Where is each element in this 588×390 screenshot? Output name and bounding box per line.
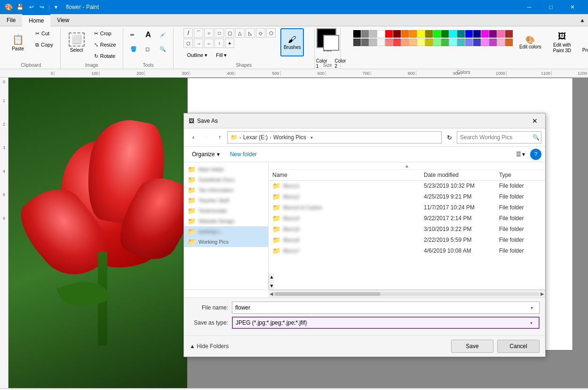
palette-cell[interactable] bbox=[441, 30, 449, 38]
shape-diamond[interactable]: ◇ bbox=[256, 28, 265, 38]
file-row[interactable]: 📁 Blurry7 4/6/2019 10:08 AM File folder bbox=[269, 246, 545, 256]
qa-dropdown-btn[interactable]: ▾ bbox=[53, 3, 59, 11]
save-button[interactable]: Save bbox=[451, 340, 493, 353]
palette-cell[interactable] bbox=[361, 39, 369, 46]
palette-cell[interactable] bbox=[385, 30, 393, 38]
edit-paint3d-button[interactable]: 🖼 Edit with Paint 3D bbox=[548, 28, 576, 56]
horizontal-scrollbar[interactable]: ◀ ▶ bbox=[269, 290, 545, 297]
new-folder-btn[interactable]: New folder bbox=[226, 149, 261, 159]
rotate-button[interactable]: ↻ Rotate bbox=[91, 51, 119, 61]
palette-cell[interactable] bbox=[481, 30, 489, 38]
dialog-close-button[interactable]: ✕ bbox=[529, 115, 540, 127]
scroll-down-btn[interactable]: ▼ bbox=[269, 282, 274, 289]
file-row[interactable]: 📁 Blurry3 & Copies 11/7/2017 10:24 PM Fi… bbox=[269, 202, 545, 213]
save-quick-btn[interactable]: 💾 bbox=[15, 3, 25, 11]
breadcrumb-working-pics[interactable]: Working Pics bbox=[273, 134, 306, 141]
tab-file[interactable]: File bbox=[0, 14, 22, 26]
shape-rect[interactable]: □ bbox=[215, 28, 224, 38]
palette-cell[interactable] bbox=[361, 30, 369, 38]
palette-cell[interactable] bbox=[409, 39, 417, 46]
cancel-button[interactable]: Cancel bbox=[497, 340, 540, 353]
shape-line[interactable]: / bbox=[183, 28, 193, 38]
palette-cell[interactable] bbox=[369, 30, 377, 38]
palette-cell[interactable] bbox=[393, 30, 401, 38]
eraser-button[interactable]: ◻ bbox=[142, 42, 154, 56]
tree-item[interactable]: 📁Substitute Docs bbox=[184, 175, 268, 185]
shape-hex[interactable]: ⬡ bbox=[183, 39, 193, 48]
fill-shape-button[interactable]: Fill ▾ bbox=[213, 50, 230, 60]
shape-pentagon[interactable]: ⬠ bbox=[266, 28, 276, 38]
palette-cell[interactable] bbox=[393, 39, 401, 46]
help-btn[interactable]: ? bbox=[530, 149, 541, 160]
palette-cell[interactable] bbox=[505, 39, 513, 46]
h-scroll-right-btn[interactable]: ▶ bbox=[540, 291, 544, 296]
shape-rrect[interactable]: ▢ bbox=[225, 28, 234, 38]
cut-button[interactable]: ✂ Cut bbox=[32, 28, 56, 39]
palette-cell[interactable] bbox=[425, 39, 433, 46]
shape-arrow-l[interactable]: ← bbox=[204, 39, 214, 48]
palette-cell[interactable] bbox=[433, 30, 441, 38]
palette-cell[interactable] bbox=[449, 30, 457, 38]
shape-curve[interactable]: ⌒ bbox=[194, 28, 203, 38]
outline-button[interactable]: Outline ▾ bbox=[183, 50, 211, 60]
shape-triangle[interactable]: △ bbox=[235, 28, 245, 38]
nav-refresh-btn[interactable]: ↻ bbox=[444, 132, 455, 143]
palette-cell[interactable] bbox=[369, 39, 377, 46]
palette-cell[interactable] bbox=[449, 39, 457, 46]
filetype-input[interactable] bbox=[236, 319, 526, 326]
h-scroll-thumb[interactable] bbox=[274, 292, 381, 296]
magnifier-button[interactable]: 🔍 bbox=[156, 42, 169, 56]
palette-cell[interactable] bbox=[497, 39, 505, 46]
colorpicker-button[interactable]: 💉 bbox=[156, 28, 169, 41]
nav-up-btn[interactable]: ↑ bbox=[214, 132, 225, 143]
palette-cell[interactable] bbox=[473, 39, 481, 46]
breadcrumb-lexar[interactable]: Lexar (E:) bbox=[243, 134, 268, 141]
filename-input[interactable] bbox=[235, 304, 527, 311]
ribbon-collapse-btn[interactable]: ▲ bbox=[580, 17, 585, 24]
edit-colors-button[interactable]: 🎨 Edit colors bbox=[516, 28, 544, 56]
palette-cell[interactable] bbox=[465, 30, 473, 38]
palette-cell[interactable] bbox=[465, 39, 473, 46]
nav-forward-btn[interactable]: › bbox=[201, 132, 212, 143]
palette-cell[interactable] bbox=[457, 30, 465, 38]
col-name[interactable]: Name bbox=[272, 172, 424, 178]
file-list[interactable]: Name Date modified Type 📁 Blurry1 5/23/2… bbox=[269, 170, 545, 273]
col-type[interactable]: Type bbox=[499, 172, 541, 178]
vertical-scrollbar[interactable]: ▲ ▼ bbox=[269, 273, 274, 289]
shape-oval[interactable]: ○ bbox=[204, 28, 214, 38]
palette-cell[interactable] bbox=[457, 39, 465, 46]
tree-item[interactable]: 📁working t... bbox=[184, 226, 268, 237]
shape-arrow-4[interactable]: ✦ bbox=[225, 39, 234, 48]
palette-cell[interactable] bbox=[417, 39, 425, 46]
h-scroll-left-btn[interactable]: ◀ bbox=[270, 291, 273, 296]
palette-cell[interactable] bbox=[353, 30, 361, 38]
copy-button[interactable]: ⧉ Copy bbox=[32, 40, 56, 50]
h-scroll-track[interactable] bbox=[274, 292, 540, 296]
file-row[interactable]: 📁 Blurry6 2/22/2019 5:59 PM File folder bbox=[269, 235, 545, 246]
shape-rtriangle[interactable]: ◺ bbox=[246, 28, 255, 38]
pencil-button[interactable]: ✏ bbox=[127, 28, 140, 41]
address-bar[interactable]: 📁 › Lexar (E:) › Working Pics ▾ bbox=[227, 131, 442, 143]
palette-cell[interactable] bbox=[353, 39, 361, 46]
paste-button[interactable]: 📋 Paste bbox=[6, 28, 30, 56]
palette-cell[interactable] bbox=[401, 30, 409, 38]
palette-cell[interactable] bbox=[473, 30, 481, 38]
search-input[interactable] bbox=[460, 134, 531, 141]
palette-cell[interactable] bbox=[505, 30, 513, 38]
minimize-btn[interactable]: ─ bbox=[518, 0, 540, 14]
resize-button[interactable]: ⤡ Resize bbox=[91, 40, 119, 50]
tree-item[interactable]: 📁Testimonials bbox=[184, 206, 268, 216]
file-row[interactable]: 📁 Blurry2 4/25/2019 9:21 PM File folder bbox=[269, 191, 545, 202]
filename-dropdown-btn[interactable]: ▾ bbox=[527, 302, 536, 313]
palette-cell[interactable] bbox=[409, 30, 417, 38]
scroll-up-btn[interactable]: ▲ bbox=[269, 273, 274, 280]
tree-item-working-pics[interactable]: 📁Working Pics bbox=[184, 237, 268, 247]
maximize-btn[interactable]: □ bbox=[540, 0, 562, 14]
view-btn[interactable]: ☰ ▾ bbox=[513, 149, 528, 159]
tree-item[interactable]: 📁Website Design bbox=[184, 216, 268, 226]
crop-button[interactable]: ✂ Crop bbox=[91, 28, 119, 39]
tree-item[interactable]: 📁Main folder bbox=[184, 164, 268, 175]
close-btn[interactable]: ✕ bbox=[562, 0, 583, 14]
product-alert-button[interactable]: i Product alert bbox=[580, 28, 588, 56]
fill-button[interactable]: 🪣 bbox=[127, 42, 140, 56]
